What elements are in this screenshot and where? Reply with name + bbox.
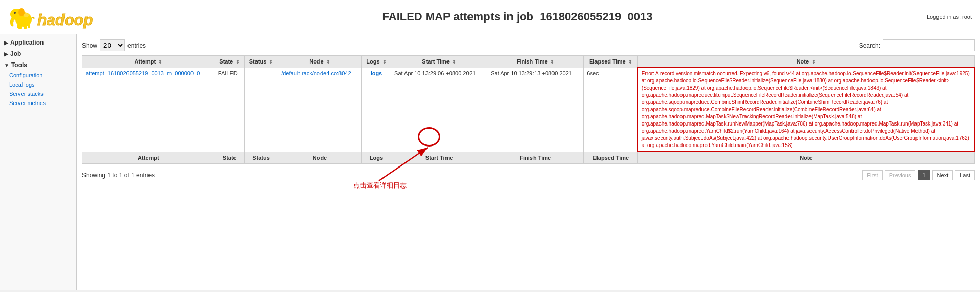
page-header: hadoop FAILED MAP attempts in job_161802… bbox=[0, 0, 980, 34]
col-note[interactable]: Note ⇕ bbox=[638, 56, 974, 68]
sort-arrows-logs: ⇕ bbox=[382, 59, 387, 65]
sort-arrows-finish: ⇕ bbox=[550, 59, 555, 65]
footer-col-note[interactable]: Note bbox=[638, 152, 974, 164]
attempts-table: Attempt ⇕ State ⇕ Status ⇕ Node bbox=[82, 55, 975, 164]
svg-point-9 bbox=[24, 13, 29, 17]
entries-label: entries bbox=[127, 42, 146, 49]
last-button[interactable]: Last bbox=[955, 170, 975, 180]
col-state[interactable]: State ⇕ bbox=[215, 56, 244, 68]
sidebar-link-local-logs[interactable]: Local logs bbox=[0, 80, 76, 89]
footer-col-logs[interactable]: Logs bbox=[361, 152, 391, 164]
logo-wrapper: hadoop bbox=[8, 4, 108, 30]
sort-arrows-status: ⇕ bbox=[269, 59, 273, 65]
sidebar-link-server-stacks[interactable]: Server stacks bbox=[0, 89, 76, 98]
sidebar-application-label: Application bbox=[10, 39, 44, 46]
table-controls: Show 20 50 100 entries Search: bbox=[82, 39, 975, 51]
elephant-icon bbox=[8, 4, 36, 30]
entries-select[interactable]: 20 50 100 bbox=[100, 39, 125, 51]
search-label: Search: bbox=[859, 42, 880, 49]
svg-rect-7 bbox=[17, 24, 19, 28]
footer-col-status[interactable]: Status bbox=[244, 152, 278, 164]
svg-point-3 bbox=[15, 12, 15, 13]
table-container: 点击查看详细日志 Attempt ⇕ State ⇕ Status bbox=[82, 55, 975, 164]
sidebar: ▶ Application ▶ Job ▼ Tools Configuratio… bbox=[0, 34, 77, 290]
svg-rect-6 bbox=[24, 25, 27, 29]
cell-start-time: Sat Apr 10 13:29:06 +0800 2021 bbox=[391, 68, 487, 152]
cell-node: /default-rack/node4.co:8042 bbox=[278, 68, 362, 152]
sidebar-link-configuration[interactable]: Configuration bbox=[0, 71, 76, 80]
hadoop-text-logo: hadoop bbox=[36, 6, 98, 29]
col-attempt[interactable]: Attempt ⇕ bbox=[82, 56, 215, 68]
first-button[interactable]: First bbox=[862, 170, 882, 180]
cell-elapsed-time: 6sec bbox=[584, 68, 638, 152]
sidebar-tools[interactable]: ▼ Tools bbox=[0, 59, 76, 71]
col-status[interactable]: Status ⇕ bbox=[244, 56, 278, 68]
main-content: Show 20 50 100 entries Search: bbox=[77, 34, 980, 290]
svg-text:hadoop: hadoop bbox=[37, 11, 93, 28]
show-label: Show bbox=[82, 42, 97, 49]
footer-col-elapsed-time[interactable]: Elapsed Time bbox=[584, 152, 638, 164]
sidebar-tools-label: Tools bbox=[11, 61, 27, 69]
footer-col-start-time[interactable]: Start Time bbox=[391, 152, 487, 164]
svg-point-2 bbox=[14, 12, 16, 14]
col-logs[interactable]: Logs ⇕ bbox=[361, 56, 391, 68]
cell-logs: logs bbox=[361, 68, 391, 152]
sidebar-application[interactable]: ▶ Application bbox=[0, 37, 76, 48]
sort-arrows-attempt: ⇕ bbox=[158, 59, 162, 65]
node-link[interactable]: /default-rack/node4.co:8042 bbox=[281, 70, 351, 76]
sidebar-job[interactable]: ▶ Job bbox=[0, 48, 76, 59]
cell-attempt: attempt_1618026055219_0013_m_000000_0 bbox=[82, 68, 215, 152]
main-layout: ▶ Application ▶ Job ▼ Tools Configuratio… bbox=[0, 34, 980, 290]
page-title: FAILED MAP attempts in job_1618026055219… bbox=[108, 10, 927, 24]
show-entries-control: Show 20 50 100 entries bbox=[82, 39, 146, 51]
cell-state: FAILED bbox=[215, 68, 244, 152]
hadoop-logo: hadoop bbox=[8, 4, 98, 30]
page-1-button[interactable]: 1 bbox=[918, 170, 930, 180]
pagination-bar: Showing 1 to 1 of 1 entries First Previo… bbox=[82, 168, 975, 182]
logged-in-info: Logged in as: root bbox=[927, 14, 972, 20]
search-box: Search: bbox=[859, 39, 975, 51]
svg-rect-8 bbox=[28, 24, 30, 28]
arrow-right-icon: ▶ bbox=[4, 40, 8, 46]
sidebar-link-server-metrics[interactable]: Server metrics bbox=[0, 98, 76, 108]
cell-status bbox=[244, 68, 278, 152]
sort-arrows-state: ⇕ bbox=[236, 59, 240, 65]
col-elapsed-time[interactable]: Elapsed Time ⇕ bbox=[584, 56, 638, 68]
table-row: attempt_1618026055219_0013_m_000000_0 FA… bbox=[82, 68, 975, 152]
logs-link[interactable]: logs bbox=[371, 70, 382, 76]
arrow-right-icon-job: ▶ bbox=[4, 51, 8, 57]
table-footer-row: Attempt State Status Node Logs bbox=[82, 152, 975, 164]
sidebar-job-label: Job bbox=[10, 50, 21, 57]
cell-note: Error: A record version mismatch occurre… bbox=[638, 68, 974, 152]
sort-arrows-node: ⇕ bbox=[326, 59, 330, 65]
next-button[interactable]: Next bbox=[932, 170, 953, 180]
sort-arrows-start: ⇕ bbox=[452, 59, 456, 65]
footer-col-attempt[interactable]: Attempt bbox=[82, 152, 215, 164]
previous-button[interactable]: Previous bbox=[885, 170, 916, 180]
pagination-buttons: First Previous 1 Next Last bbox=[862, 170, 975, 180]
arrow-down-icon-tools: ▼ bbox=[4, 62, 9, 68]
attempt-link[interactable]: attempt_1618026055219_0013_m_000000_0 bbox=[86, 70, 200, 76]
col-finish-time[interactable]: Finish Time ⇕ bbox=[487, 56, 584, 68]
col-start-time[interactable]: Start Time ⇕ bbox=[391, 56, 487, 68]
sort-arrows-note: ⇕ bbox=[812, 59, 816, 65]
cell-finish-time: Sat Apr 10 13:29:13 +0800 2021 bbox=[487, 68, 584, 152]
showing-text: Showing 1 to 1 of 1 entries bbox=[82, 172, 155, 179]
footer-col-finish-time[interactable]: Finish Time bbox=[487, 152, 584, 164]
table-body: attempt_1618026055219_0013_m_000000_0 FA… bbox=[82, 68, 975, 152]
footer-col-node[interactable]: Node bbox=[278, 152, 362, 164]
search-input[interactable] bbox=[883, 39, 975, 51]
col-node[interactable]: Node ⇕ bbox=[278, 56, 362, 68]
sort-arrows-elapsed: ⇕ bbox=[628, 59, 632, 65]
footer-col-state[interactable]: State bbox=[215, 152, 244, 164]
table-header-row: Attempt ⇕ State ⇕ Status ⇕ Node bbox=[82, 56, 975, 68]
